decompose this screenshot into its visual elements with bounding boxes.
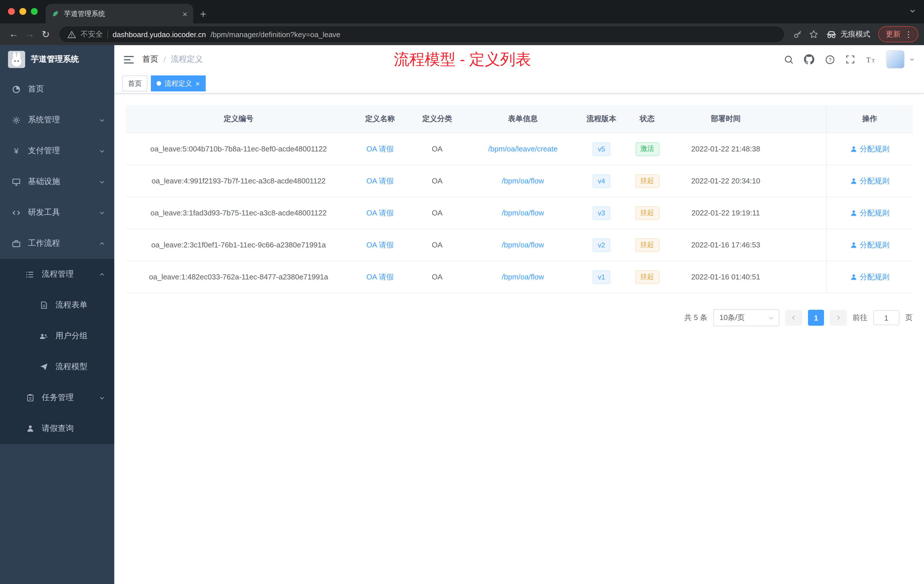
address-bar[interactable]: 不安全 dashboard.yudao.iocoder.cn /bpm/mana…: [59, 26, 784, 42]
form-link[interactable]: /bpm/oa/flow: [502, 177, 544, 185]
sidebar-item-user-group[interactable]: 用户分组: [0, 320, 114, 351]
tab-close-icon[interactable]: ×: [182, 10, 187, 18]
definition-category: OA: [409, 229, 466, 261]
definition-name-link[interactable]: OA 请假: [366, 208, 393, 218]
assign-rule-link[interactable]: 分配规则: [850, 208, 889, 218]
sidebar-item-leave-query[interactable]: 请假查询: [0, 413, 114, 444]
omnibox-divider: [107, 30, 108, 38]
user-icon: [850, 177, 857, 184]
paper-plane-icon: [39, 363, 49, 371]
tab-home[interactable]: 首页: [122, 76, 147, 91]
next-page-button[interactable]: [830, 310, 847, 326]
tab-process-definition[interactable]: 流程定义 ×: [151, 76, 205, 91]
workflow-submenu: 流程管理 流程表单 用户分组: [0, 259, 114, 444]
sidebar: 芋道管理系统 首页 系统管理 ¥ 支付管理: [0, 45, 114, 584]
sidebar-item-process-form[interactable]: 流程表单: [0, 290, 114, 320]
deploy-time: 2022-01-22 21:48:38: [672, 133, 780, 165]
incognito-badge: 无痕模式: [826, 29, 870, 40]
sidebar-item-process-model[interactable]: 流程模型: [0, 351, 114, 382]
font-size-icon[interactable]: TT: [862, 51, 879, 68]
window-controls: [8, 8, 38, 15]
form-link[interactable]: /bpm/oa/leave/create: [488, 145, 558, 153]
tab-search-chevron-icon[interactable]: [909, 7, 916, 14]
chevron-down-icon: [768, 315, 774, 321]
chevron-down-icon: [99, 178, 105, 185]
definition-id: oa_leave:3:1fad3d93-7b75-11ec-a3c8-acde4…: [126, 197, 351, 229]
clipboard-icon: [25, 394, 35, 402]
chevron-up-icon: [99, 271, 105, 277]
user-icon: [850, 241, 857, 248]
definition-category: OA: [409, 197, 466, 229]
forward-button[interactable]: →: [22, 26, 38, 42]
sidebar-item-infra[interactable]: 基础设施: [0, 166, 114, 197]
table-header: 定义编号 定义名称 定义分类 表单信息 流程版本 状态 部署时间 操作: [126, 105, 912, 133]
user-avatar[interactable]: [886, 50, 904, 69]
status-tag: 挂起: [635, 174, 659, 188]
help-icon[interactable]: ?: [821, 51, 838, 68]
reload-button[interactable]: ↻: [38, 26, 54, 42]
sidebar-item-process-mgmt[interactable]: 流程管理: [0, 259, 114, 290]
breadcrumb-home-link[interactable]: 首页: [142, 54, 158, 64]
definition-name-link[interactable]: OA 请假: [366, 144, 393, 154]
menu-kebab-icon[interactable]: ⋮: [904, 30, 912, 39]
briefcase-icon: [12, 239, 21, 248]
site-favicon: [51, 10, 59, 18]
browser-tab[interactable]: 芋道管理系统 ×: [46, 4, 193, 23]
form-link[interactable]: /bpm/oa/flow: [502, 209, 544, 217]
assign-rule-link[interactable]: 分配规则: [850, 240, 889, 250]
active-dot-icon: [157, 81, 161, 86]
sidebar-item-label: 工作流程: [28, 238, 92, 249]
version-tag: v4: [592, 174, 610, 188]
update-button[interactable]: 更新 ⋮: [878, 26, 918, 42]
assign-rule-link[interactable]: 分配规则: [850, 144, 889, 154]
bookmark-star-icon[interactable]: [806, 26, 822, 42]
status-tag: 激活: [635, 142, 659, 156]
sidebar-item-task-mgmt[interactable]: 任务管理: [0, 382, 114, 413]
definition-name-link[interactable]: OA 请假: [366, 176, 393, 186]
assign-rule-link[interactable]: 分配规则: [850, 176, 889, 186]
assign-rule-link[interactable]: 分配规则: [850, 272, 889, 282]
table-row: oa_leave:2:3c1f0ef1-76b1-11ec-9c66-a2380…: [126, 229, 912, 261]
page-1-button[interactable]: 1: [808, 310, 824, 326]
close-window-button[interactable]: [8, 8, 15, 15]
goto-page-input[interactable]: [873, 310, 899, 325]
security-label: 不安全: [81, 29, 103, 40]
brand-avatar: [8, 51, 25, 68]
table-row: oa_leave:4:991f2193-7b7f-11ec-a3c8-acde4…: [126, 165, 912, 197]
page-size-select[interactable]: 10条/页: [713, 309, 779, 326]
form-link[interactable]: /bpm/oa/flow: [502, 272, 544, 281]
fullscreen-icon[interactable]: [842, 51, 859, 68]
breadcrumb-current: 流程定义: [171, 54, 203, 64]
user-icon: [850, 274, 857, 280]
browser-toolbar: ← → ↻ 不安全 dashboard.yudao.iocoder.cn /bp…: [0, 23, 924, 45]
avatar-caret-icon: [909, 56, 915, 62]
password-key-icon[interactable]: [790, 26, 806, 42]
minimize-window-button[interactable]: [20, 8, 26, 15]
sidebar-item-workflow[interactable]: 工作流程: [0, 228, 114, 259]
definition-category: OA: [409, 133, 466, 165]
sidebar-item-devtools[interactable]: 研发工具: [0, 197, 114, 228]
definition-name-link[interactable]: OA 请假: [366, 272, 393, 282]
form-link[interactable]: /bpm/oa/flow: [502, 241, 544, 249]
sidebar-item-payment[interactable]: ¥ 支付管理: [0, 135, 114, 166]
back-button[interactable]: ←: [6, 26, 22, 42]
definition-id: oa_leave:1:482ec033-762a-11ec-8477-a2380…: [126, 261, 351, 292]
chevron-down-icon: [99, 210, 105, 216]
sidebar-item-system[interactable]: 系统管理: [0, 105, 114, 135]
breadcrumb-separator: /: [163, 55, 166, 64]
row-spacer: [780, 197, 826, 229]
search-icon[interactable]: [780, 51, 797, 68]
new-tab-button[interactable]: +: [200, 8, 206, 20]
sidebar-item-label: 请假查询: [42, 424, 105, 434]
tab-close-icon[interactable]: ×: [195, 80, 200, 87]
sidebar-item-label: 流程管理: [42, 269, 92, 279]
zoom-window-button[interactable]: [31, 8, 38, 15]
github-icon[interactable]: [800, 51, 818, 68]
user-icon: [850, 145, 857, 152]
user-group-icon: [39, 332, 49, 340]
sidebar-item-home[interactable]: 首页: [0, 74, 114, 105]
prev-page-button[interactable]: [785, 310, 802, 326]
insecure-warning-icon[interactable]: [68, 31, 76, 38]
definition-name-link[interactable]: OA 请假: [366, 240, 393, 250]
sidebar-toggle-button[interactable]: [124, 55, 134, 64]
